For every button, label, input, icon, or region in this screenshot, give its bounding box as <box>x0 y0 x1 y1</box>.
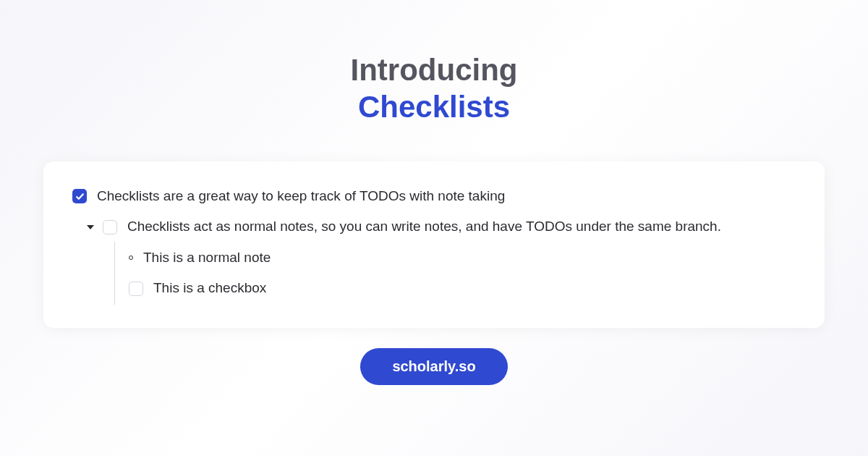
note-row: This is a normal note <box>72 248 796 269</box>
row-text: This is a normal note <box>143 248 271 269</box>
row-text: Checklists act as normal notes, so you c… <box>127 216 721 237</box>
checkbox-unchecked-icon[interactable] <box>129 282 143 296</box>
brand-pill-button[interactable]: scholarly.so <box>360 348 507 385</box>
heading-line2: Checklists <box>351 88 518 127</box>
bullet-icon <box>129 256 133 260</box>
example-card: Checklists are a great way to keep track… <box>43 161 825 328</box>
caret-down-icon[interactable] <box>87 225 94 229</box>
tree-line <box>114 242 115 274</box>
tree-line <box>114 272 115 305</box>
checklist-row: This is a checkbox <box>72 278 796 299</box>
heading-line1: Introducing <box>351 52 518 88</box>
checkbox-unchecked-icon[interactable] <box>103 220 117 235</box>
checklist-row: Checklists are a great way to keep track… <box>72 186 796 207</box>
row-text: Checklists are a great way to keep track… <box>97 186 505 207</box>
row-text: This is a checkbox <box>153 278 266 299</box>
checklist-row: Checklists act as normal notes, so you c… <box>72 216 796 237</box>
checkbox-checked-icon[interactable] <box>72 189 87 203</box>
page-heading: Introducing Checklists <box>351 52 518 127</box>
